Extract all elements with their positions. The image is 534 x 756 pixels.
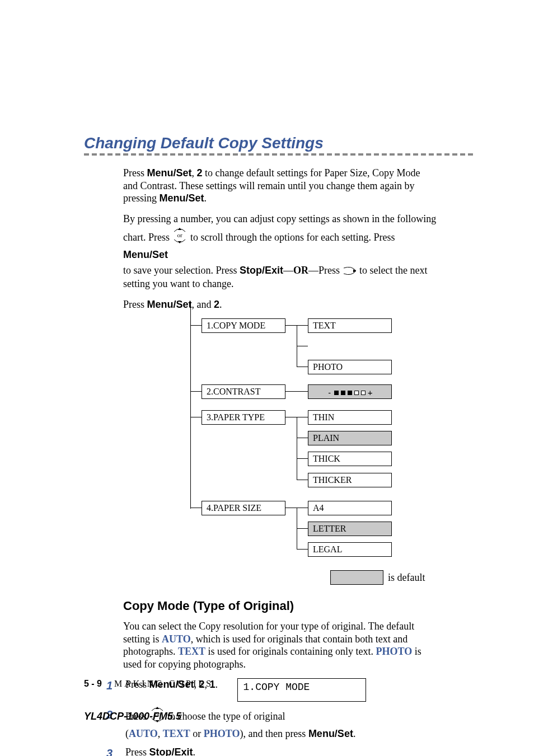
right-arrow-icon (343, 265, 357, 278)
node-letter: LETTER (308, 522, 392, 536)
intro-paragraph-5: Press Menu/Set, and 2. (123, 298, 437, 311)
settings-tree-diagram: 1.COPY MODE AUTO TEXT PHOTO 2.CONTRAST -… (190, 318, 437, 553)
node-legal: LEGAL (308, 542, 392, 557)
node-thick: THICK (308, 452, 392, 466)
step-number-3: 3 (106, 746, 118, 756)
node-photo: PHOTO (308, 360, 392, 374)
intro-paragraph-2: By pressing a number, you can adjust cop… (123, 213, 437, 226)
node-thicker: THICKER (308, 473, 392, 487)
node-paper-size: 4.PAPER SIZE (202, 501, 285, 515)
node-plain: PLAIN (308, 431, 392, 445)
body-content: Press Menu/Set, 2 to change default sett… (123, 167, 437, 756)
intro-paragraph-3: chart. Press or to scroll through the op… (123, 228, 437, 261)
intro-paragraph-4: to save your selection. Press Stop/Exit—… (123, 264, 437, 290)
legend-default: is default (330, 570, 534, 585)
node-copy-mode: 1.COPY MODE (202, 318, 285, 333)
sub-heading-copy-mode: Copy Mode (Type of Original) (123, 599, 437, 613)
lcd-display: 1.COPY MODE (237, 678, 366, 701)
node-paper-type: 3.PAPER TYPE (202, 410, 285, 425)
step-3: 3 Press Stop/Exit. (106, 746, 437, 756)
node-thin: THIN (308, 410, 392, 425)
node-contrast-bar: - + (308, 384, 392, 399)
node-contrast: 2.CONTRAST (202, 384, 285, 399)
legend-swatch (330, 570, 383, 585)
up-down-or-icon: or (172, 227, 188, 247)
page-footer: 5 - 9 MAKING COPIES (84, 679, 213, 689)
heading-dotted-rule (84, 153, 484, 156)
node-text: TEXT (308, 318, 392, 333)
model-footer: YL4DCP-1000-FM5.5 (84, 711, 181, 722)
page-number: 5 - 9 (84, 679, 102, 688)
legend-text: is default (388, 572, 425, 584)
sub-paragraph: You can select the Copy resolution for y… (123, 620, 437, 670)
node-a4: A4 (308, 501, 392, 515)
section-name: MAKING COPIES (114, 679, 213, 688)
svg-text:or: or (177, 232, 183, 238)
intro-paragraph-1: Press Menu/Set, 2 to change default sett… (123, 167, 437, 205)
main-heading: Changing Default Copy Settings (84, 134, 484, 152)
